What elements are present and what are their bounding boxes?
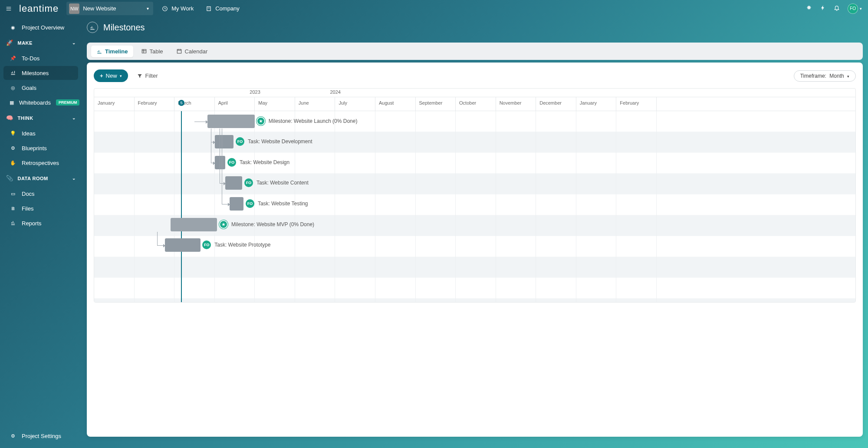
plugin-icon[interactable] — [806, 5, 812, 12]
new-button[interactable]: + New ▾ — [94, 69, 128, 82]
sidebar-label: To-Dos — [22, 55, 39, 62]
project-switcher[interactable]: NW New Website ▾ — [66, 2, 153, 15]
month-header-cell: February — [616, 97, 657, 111]
gantt-row-label: Task: Website Prototype — [214, 242, 270, 248]
gantt-bar[interactable] — [207, 115, 255, 128]
sidebar-item-goals[interactable]: ◎ Goals — [3, 81, 78, 95]
gantt-row-label: Task: Website Content — [256, 180, 309, 186]
caret-down-icon: ▾ — [147, 6, 149, 11]
gantt-row-label: Milestone: Website MVP (0% Done) — [231, 221, 314, 227]
gantt-bar[interactable] — [215, 156, 225, 169]
gantt-row[interactable]: FOTask: Website Testing — [246, 199, 308, 208]
month-header-cell: June — [295, 97, 335, 111]
view-tabs: Timeline Table Calendar — [87, 43, 863, 60]
sidebar-label: Docs — [22, 191, 35, 197]
sidebar-item-ideas[interactable]: 💡 Ideas — [3, 126, 78, 140]
sidebar-group-make[interactable]: 🚀 MAKE ⌄ — [0, 35, 82, 50]
timeframe-label: Timeframe: — [800, 73, 826, 79]
sidebar-item-milestones[interactable]: Milestones — [3, 66, 78, 80]
month-header-cell: September — [416, 97, 456, 111]
logo: leantime — [17, 3, 64, 14]
assignee-avatar: FO — [202, 240, 211, 249]
svg-rect-3 — [177, 49, 181, 53]
gantt-row[interactable]: FOTask: Website Development — [236, 137, 312, 146]
bolt-icon[interactable] — [820, 5, 826, 12]
bulb-icon: 💡 — [10, 131, 16, 136]
month-header-cell: August — [375, 97, 416, 111]
gantt-bar[interactable] — [171, 218, 217, 231]
gantt-row[interactable]: FOTask: Website Prototype — [202, 240, 270, 249]
sidebar-item-docs[interactable]: ▭ Docs — [3, 187, 78, 201]
sidebar-label: Blueprints — [22, 145, 47, 152]
month-header-cell: July — [335, 97, 375, 111]
file-icon: 🗎 — [10, 206, 16, 211]
hamburger-button[interactable] — [0, 0, 17, 17]
today-badge: 5 — [178, 100, 184, 106]
clip-icon: 📎 — [6, 175, 13, 181]
tab-label: Table — [150, 48, 163, 55]
tab-calendar[interactable]: Calendar — [171, 46, 213, 57]
gantt-bar[interactable] — [225, 176, 242, 190]
gantt-row-label: Task: Website Design — [240, 159, 289, 165]
sidebar-item-whiteboards[interactable]: ▦ Whiteboards PREMIUM — [3, 96, 82, 109]
month-header-cell: December — [536, 97, 576, 111]
gantt-row[interactable]: ★Milestone: Website MVP (0% Done) — [219, 220, 314, 229]
timeframe-select[interactable]: Timeframe: Month ▾ — [794, 70, 856, 82]
gantt-row[interactable]: FOTask: Website Content — [244, 178, 309, 187]
month-header-cell: November — [496, 97, 536, 111]
docs-icon: ▭ — [10, 191, 16, 197]
svg-rect-1 — [207, 7, 210, 10]
gantt-row-label: Task: Website Development — [248, 138, 312, 145]
sidebar-group-dataroom[interactable]: 📎 DATA ROOM ⌄ — [0, 171, 82, 186]
filter-label: Filter — [145, 72, 158, 79]
gantt-row[interactable]: FOTask: Website Design — [227, 158, 289, 167]
month-header-cell: January — [576, 97, 617, 111]
tab-timeline[interactable]: Timeline — [91, 46, 133, 57]
gantt-row[interactable]: ★Milestone: Website Launch (0% Done) — [256, 117, 358, 125]
company-label: Company — [215, 5, 240, 12]
sidebar-item-files[interactable]: 🗎 Files — [3, 201, 78, 215]
month-header-cell: February — [135, 97, 175, 111]
sidebar-label: Milestones — [22, 70, 49, 76]
gantt-body[interactable]: 5★Milestone: Website Launch (0% Done)FOT… — [94, 111, 855, 302]
sidebar-item-reports[interactable]: Reports — [3, 216, 78, 230]
sidebar-item-blueprints[interactable]: ⚙ Blueprints — [3, 141, 78, 155]
tab-table[interactable]: Table — [136, 46, 168, 57]
blueprint-icon: ⚙ — [10, 145, 16, 151]
gantt-chart: 20232024 JanuaryFebruaryMarchAprilMayJun… — [94, 88, 856, 303]
whiteboard-icon: ▦ — [10, 100, 14, 105]
sidebar-item-settings[interactable]: ⚙ Project Settings — [3, 429, 78, 443]
sidebar-group-label: MAKE — [18, 40, 33, 46]
sidebar-item-todos[interactable]: 📌 To-Dos — [3, 51, 78, 65]
bell-icon[interactable] — [834, 5, 840, 12]
milestone-icon: ★ — [256, 117, 265, 125]
sidebar-group-think[interactable]: 🧠 THINK ⌄ — [0, 110, 82, 125]
user-menu[interactable]: FO ▾ — [848, 3, 862, 14]
gantt-row-label: Task: Website Testing — [258, 201, 308, 207]
pin-icon: 📌 — [10, 56, 16, 61]
sidebar-label: Project Overview — [22, 24, 64, 31]
project-avatar: NW — [69, 3, 79, 14]
sidebar-label: Ideas — [22, 130, 36, 137]
today-line: 5 — [181, 111, 182, 302]
chevron-down-icon: ⌄ — [72, 115, 76, 120]
gantt-bar[interactable] — [230, 197, 243, 211]
project-name: New Website — [83, 5, 116, 12]
company-link[interactable]: Company — [200, 0, 246, 17]
gantt-bar[interactable] — [215, 135, 233, 148]
gantt-bar[interactable] — [165, 238, 201, 252]
chevron-down-icon: ⌄ — [72, 40, 76, 45]
assignee-avatar: FO — [236, 137, 244, 146]
filter-button[interactable]: Filter — [133, 71, 161, 81]
chart-icon — [10, 69, 16, 76]
target-icon: ◎ — [10, 85, 16, 91]
sidebar-item-overview[interactable]: ◉ Project Overview — [3, 20, 78, 34]
sidebar-item-retros[interactable]: ✋ Retrospectives — [3, 156, 78, 170]
toolbar: + New ▾ Filter Timeframe: Month ▾ — [94, 69, 856, 82]
gantt-year-header: 20232024 — [94, 89, 855, 97]
sidebar-group-label: DATA ROOM — [18, 176, 48, 181]
my-work-link[interactable]: My Work — [156, 0, 200, 17]
timeframe-value: Month — [829, 73, 844, 79]
rocket-icon: 🚀 — [6, 40, 13, 46]
gear-icon: ⚙ — [10, 433, 16, 439]
